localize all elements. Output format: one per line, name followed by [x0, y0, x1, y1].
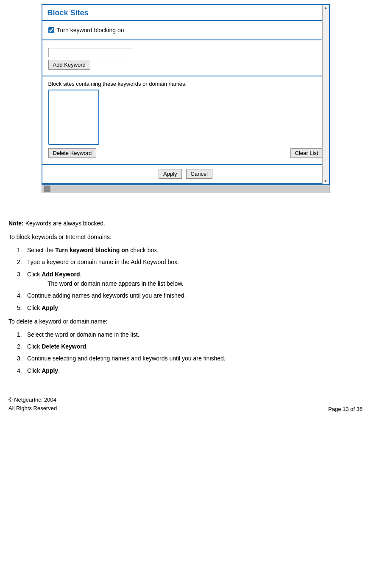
- bold-text: Apply: [42, 367, 58, 374]
- clear-list-button[interactable]: Clear List: [290, 148, 323, 158]
- status-bar: [42, 185, 330, 193]
- list-content: Click Delete Keyword.: [27, 342, 363, 351]
- keyword-input[interactable]: [48, 48, 133, 57]
- content-area: Note: Keywords are always blocked. To bl…: [0, 193, 371, 384]
- note-bold-label: Note:: [8, 220, 24, 227]
- apply-button[interactable]: Apply: [159, 169, 182, 179]
- list-content: Continue selecting and deleting names an…: [27, 354, 363, 363]
- list-num: 1.: [17, 330, 27, 339]
- list-num: 5.: [17, 303, 27, 312]
- status-progress: [52, 186, 328, 191]
- checkbox-row: Turn keyword blocking on: [48, 25, 323, 35]
- add-keyword-section: Add Keyword: [42, 40, 329, 76]
- list-item: 4.Click Apply.: [17, 366, 363, 375]
- list-item: 2.Type a keyword or domain name in the A…: [17, 257, 363, 267]
- scroll-up-arrow[interactable]: ▲: [324, 6, 327, 10]
- keyword-list-section: Block sites containing these keywords or…: [42, 76, 329, 165]
- note-text: Keywords are always blocked.: [24, 220, 105, 227]
- list-num: 2.: [17, 342, 27, 351]
- list-num: 4.: [17, 291, 27, 300]
- list-num: 3.: [17, 354, 27, 363]
- list-buttons-row: Delete Keyword Clear List: [48, 145, 323, 160]
- bold-text: Apply: [42, 304, 58, 311]
- list-content: Continue adding names and keywords until…: [27, 291, 363, 300]
- cancel-button[interactable]: Cancel: [186, 169, 212, 179]
- keyword-blocking-checkbox[interactable]: [48, 27, 54, 33]
- copyright-line2: All Rights Reserved: [8, 404, 57, 413]
- scroll-down-arrow[interactable]: ▼: [324, 179, 327, 183]
- delete-steps-list: 1.Select the word or domain name in the …: [17, 330, 363, 376]
- list-item: 4.Continue adding names and keywords unt…: [17, 291, 363, 300]
- list-content: Type a keyword or domain name in the Add…: [27, 257, 363, 267]
- delete-keyword-button[interactable]: Delete Keyword: [48, 148, 97, 158]
- panel-bottom-row: Apply Cancel: [42, 165, 329, 184]
- list-content: Click Apply.: [27, 366, 363, 375]
- keyword-listbox[interactable]: [48, 90, 99, 145]
- bold-text: Delete Keyword: [42, 343, 86, 350]
- list-item: 3.Click Add Keyword.The word or domain n…: [17, 270, 363, 289]
- keyword-input-row: Add Keyword: [48, 45, 323, 71]
- page-info: Page 13 of 36: [328, 406, 363, 412]
- block-sites-panel: ▲ ▼ Block Sites Turn keyword blocking on…: [42, 4, 330, 185]
- list-item: 1.Select the word or domain name in the …: [17, 330, 363, 339]
- keyword-blocking-label: Turn keyword blocking on: [57, 27, 124, 34]
- block-intro: To block keywords or Internet domains:: [8, 232, 363, 242]
- list-item: 2.Click Delete Keyword.: [17, 342, 363, 351]
- panel-scrollbar[interactable]: ▲ ▼: [322, 5, 329, 184]
- block-steps-list: 1.Select the Turn keyword blocking on ch…: [17, 245, 363, 312]
- list-num: 1.: [17, 245, 27, 255]
- list-num: 4.: [17, 366, 27, 375]
- panel-title: Block Sites: [42, 5, 329, 21]
- keyword-blocking-section: Turn keyword blocking on: [42, 21, 329, 40]
- delete-intro: To delete a keyword or domain name:: [8, 317, 363, 326]
- note-paragraph: Note: Keywords are always blocked.: [8, 219, 363, 228]
- bold-text: Add Keyword: [42, 271, 80, 278]
- copyright-line1: © NetgearInc. 2004: [8, 396, 57, 404]
- list-content: Select the word or domain name in the li…: [27, 330, 363, 339]
- list-area-row: [48, 90, 323, 145]
- list-item: 3.Continue selecting and deleting names …: [17, 354, 363, 363]
- list-content: Click Add Keyword.The word or domain nam…: [27, 270, 363, 289]
- add-keyword-button[interactable]: Add Keyword: [48, 60, 90, 70]
- list-num: 3.: [17, 270, 27, 279]
- list-label: Block sites containing these keywords or…: [48, 81, 323, 87]
- footer: © NetgearInc. 2004 All Rights Reserved P…: [0, 392, 371, 416]
- footer-copyright: © NetgearInc. 2004 All Rights Reserved: [8, 396, 57, 412]
- list-content: Select the Turn keyword blocking on chec…: [27, 245, 363, 255]
- bold-text: Turn keyword blocking on: [55, 247, 128, 253]
- list-num: 2.: [17, 257, 27, 267]
- status-icon: [44, 186, 50, 192]
- list-content: Click Apply.: [27, 303, 363, 312]
- list-item: 5.Click Apply.: [17, 303, 363, 312]
- list-item: 1.Select the Turn keyword blocking on ch…: [17, 245, 363, 255]
- sub-text: The word or domain name appears in the l…: [47, 279, 363, 288]
